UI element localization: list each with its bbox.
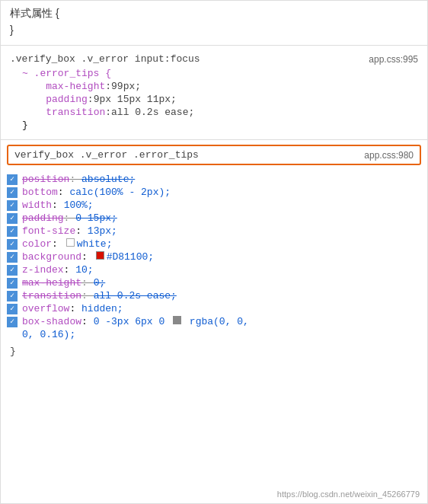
prop-val-transition: all 0.2s ease;: [111, 107, 194, 118]
prop-color-value: white;: [77, 238, 113, 250]
prop-bottom-value: calc(100% - 2px);: [69, 187, 171, 198]
cb-row-position: position: absolute;: [7, 173, 421, 186]
cb-row-transition: transition: all 0.2s ease;: [7, 289, 421, 302]
cb-row-padding: padding: 0 15px;: [7, 212, 421, 225]
checkbox-width[interactable]: [7, 200, 18, 211]
prop-maxh-name: max-height: [22, 277, 81, 289]
prop-padding-name: padding: [22, 212, 64, 224]
prop-font-size-name: font-size: [22, 225, 75, 237]
checkbox-bottom[interactable]: [7, 187, 18, 198]
prop-line-max-height: max-height: 99px;: [10, 80, 418, 93]
selected-selector-text: verify_box .v_error .error_tips: [14, 149, 199, 161]
divider-1: [1, 45, 427, 46]
shadow-swatch[interactable]: [173, 316, 181, 324]
prop-val-max-height: 99px;: [111, 81, 141, 92]
styles-panel: 样式属性 { } .verify_box .v_error input:focu…: [0, 0, 428, 504]
prop-name-transition: transition: [46, 107, 105, 118]
cb-row-width: width: 100%;: [7, 199, 421, 212]
prop-bs-name: box-shadow: [22, 316, 81, 327]
checkbox-color[interactable]: [7, 239, 18, 250]
prop-overflow-name: overflow: [22, 303, 69, 314]
prop-z-value: 10;: [75, 264, 93, 276]
prop-bg-value: #D81100;: [107, 251, 154, 263]
prop-bs-value3: 0, 0.16);: [22, 329, 75, 340]
panel-title: 样式属性 {: [1, 1, 427, 24]
checkbox-position[interactable]: [7, 174, 18, 185]
cb-row-background: background: #D81100;: [7, 250, 421, 263]
prop-bs-value2: rgba(0, 0,: [184, 316, 249, 327]
close-brace-bottom: }: [1, 344, 427, 360]
cb-row-overflow: overflow: hidden;: [7, 302, 421, 315]
prop-z-name: z-index: [22, 264, 64, 276]
prop-padding-value: 0 15px;: [75, 212, 117, 224]
panel-close-brace-top: }: [1, 24, 427, 42]
cb-row-box-shadow-cont: 0, 0.16);: [7, 328, 421, 341]
selected-rule-block: verify_box .v_error .error_tips app.css:…: [7, 145, 421, 165]
rule-block-1: .verify_box .v_error input:focus app.css…: [1, 49, 427, 136]
prop-trans-value: all 0.2s ease;: [94, 290, 177, 301]
selected-file-link[interactable]: app.css:980: [364, 150, 414, 161]
checkbox-transition[interactable]: [7, 291, 18, 301]
cb-row-max-height: max-height: 0;: [7, 276, 421, 289]
prop-color-name: color: [22, 238, 52, 250]
prop-bg-name: background: [22, 251, 81, 263]
cb-row-z-index: z-index: 10;: [7, 263, 421, 276]
checkbox-z-index[interactable]: [7, 265, 18, 276]
footer-url: https://blog.csdn.net/weixin_45266779: [277, 490, 420, 499]
checkbox-max-height[interactable]: [7, 278, 18, 289]
prop-close-brace-1: }: [10, 119, 418, 132]
checkbox-font-size[interactable]: [7, 226, 18, 237]
prop-tilde-selector: ~ .error_tips {: [22, 68, 111, 79]
cb-row-box-shadow: box-shadow: 0 -3px 6px 0 rgba(0, 0,: [7, 315, 421, 328]
checkbox-padding[interactable]: [7, 213, 18, 224]
divider-2: [1, 139, 427, 140]
prop-font-size-value: 13px;: [88, 225, 117, 237]
prop-position-value: absolute;: [81, 174, 135, 185]
color-swatch-white[interactable]: [66, 238, 75, 247]
prop-name-max-height: max-height: [46, 81, 105, 92]
selected-selector-line: verify_box .v_error .error_tips app.css:…: [14, 149, 414, 161]
prop-position-name: position: [22, 174, 69, 185]
prop-bs-value1: 0 -3px 6px 0: [94, 316, 171, 327]
prop-trans-name: transition: [22, 290, 81, 301]
file-link-1[interactable]: app.css:995: [369, 54, 418, 65]
cb-row-color: color: white;: [7, 238, 421, 250]
prop-val-padding: 9px 15px 11px;: [94, 94, 177, 105]
checkbox-background[interactable]: [7, 252, 18, 263]
prop-name-padding: padding: [46, 94, 88, 105]
selector-text-1: .verify_box .v_error input:focus: [10, 53, 200, 65]
selector-line-1: .verify_box .v_error input:focus app.css…: [10, 53, 418, 65]
cb-row-bottom: bottom: calc(100% - 2px);: [7, 186, 421, 199]
prop-line-transition: transition: all 0.2s ease;: [10, 106, 418, 119]
prop-line-padding: padding: 9px 15px 11px;: [10, 93, 418, 106]
color-swatch-red[interactable]: [96, 251, 104, 260]
checkbox-section: position: absolute; bottom: calc(100% - …: [1, 170, 427, 344]
checkbox-box-shadow[interactable]: [7, 317, 18, 327]
cb-row-font-size: font-size: 13px;: [7, 225, 421, 238]
prop-line-tilde: ~ .error_tips {: [10, 67, 418, 80]
prop-overflow-value: hidden;: [81, 303, 123, 314]
prop-width-value: 100%;: [64, 199, 94, 211]
prop-bottom-name: bottom: [22, 187, 58, 198]
prop-maxh-value: 0;: [94, 277, 106, 289]
checkbox-overflow[interactable]: [7, 304, 18, 314]
prop-width-name: width: [22, 199, 52, 211]
